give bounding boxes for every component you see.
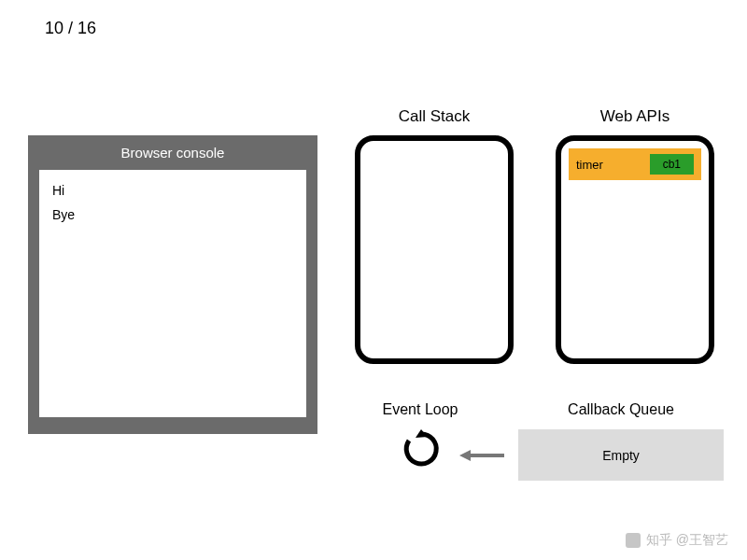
page-counter: 10 / 16 [45,19,96,38]
web-apis-box: timer cb1 [556,135,714,364]
console-line: Bye [52,207,293,222]
watermark-text: 知乎 @王智艺 [646,532,728,549]
zhihu-logo-icon [626,533,641,548]
web-api-timer-item: timer cb1 [569,148,701,180]
callback-queue-content: Empty [602,448,640,463]
console-body: Hi Bye [39,170,306,417]
call-stack-box [355,135,514,364]
event-loop-label: Event Loop [350,401,490,418]
watermark: 知乎 @王智艺 [626,532,728,549]
web-apis-label: Web APIs [551,107,719,126]
browser-console: Browser console Hi Bye [28,135,317,434]
timer-callback-badge: cb1 [650,154,694,175]
callback-queue-box: Empty [518,429,724,481]
event-loop-icon [402,429,441,472]
call-stack-label: Call Stack [350,107,518,126]
console-line: Hi [52,183,293,198]
callback-queue-label: Callback Queue [518,401,724,418]
console-title: Browser console [28,135,317,170]
timer-label: timer [576,158,650,172]
arrow-left-icon [458,446,506,469]
